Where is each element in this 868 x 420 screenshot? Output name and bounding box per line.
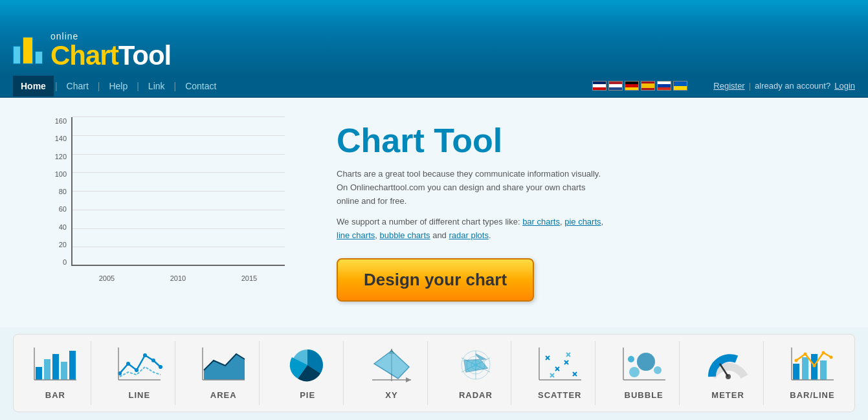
svg-point-61 [803,353,807,356]
barline-icon [790,346,835,385]
svg-point-60 [794,359,797,362]
logo-tool-part: Tool [118,40,172,71]
nav-link[interactable]: Link [140,76,173,96]
svg-rect-59 [820,360,827,380]
svg-point-52 [654,366,662,374]
scatter-label: SCATTER [538,390,581,400]
bubble-icon [621,346,667,385]
radar-icon [453,346,498,385]
chart-type-bar[interactable]: BAR [20,341,91,405]
nav-contact[interactable]: Contact [177,76,224,96]
link-bubble-charts[interactable]: bubble charts [379,230,430,240]
navbar: Home | Chart | Help | Link | Contact Reg… [0,74,868,98]
svg-point-62 [812,364,816,368]
bar-icon [32,346,78,385]
register-link[interactable]: Register [713,81,744,91]
bar-chart: 0 20 40 60 80 100 120 140 160 [45,117,291,285]
link-bar-charts[interactable]: bar charts [522,217,560,227]
header: online ChartTool [0,0,868,74]
svg-rect-56 [793,364,799,380]
chart-type-scatter[interactable]: SCATTER [524,341,595,405]
svg-rect-0 [36,367,42,380]
chart-type-meter[interactable]: METER [693,341,764,405]
svg-point-63 [821,351,825,355]
flag-es[interactable] [641,81,655,91]
logo: online ChartTool [13,32,171,69]
right-content: Chart Tool Charts are a great tool becau… [337,111,829,315]
logo-icon [13,37,43,64]
chart-type-xy[interactable]: XY [357,341,428,405]
logo-charttool-text: ChartTool [50,42,171,69]
xy-label: XY [385,390,397,400]
svg-point-33 [474,363,478,367]
svg-rect-4 [69,351,76,380]
already-account-text: already an account? [755,81,830,91]
main-content: 0 20 40 60 80 100 120 140 160 [0,98,868,327]
y-axis-labels: 0 20 40 60 80 100 120 140 160 [45,117,70,266]
main-title: Chart Tool [337,124,829,157]
svg-point-50 [629,367,640,377]
link-pie-charts[interactable]: pie charts [564,217,601,227]
svg-point-8 [126,362,130,366]
area-icon [201,346,246,385]
demo-chart: 0 20 40 60 80 100 120 140 160 [39,111,311,315]
bubble-label: BUBBLE [625,390,663,400]
scatter-icon [537,346,583,385]
pie-icon [285,346,330,385]
barline-label: BAR/LINE [790,390,834,400]
logo-bar-1 [13,46,21,64]
nav-help[interactable]: Help [101,76,135,96]
svg-marker-23 [374,351,409,379]
logo-bar-3 [35,51,43,64]
svg-point-53 [628,356,634,362]
svg-marker-22 [406,377,411,382]
design-chart-button[interactable]: Design your chart [337,258,534,302]
flag-uk[interactable] [592,81,606,91]
main-description: Charts are a great tool because they com… [337,168,608,208]
svg-marker-15 [204,354,245,380]
chart-bars [71,117,285,266]
chart-type-bubble[interactable]: BUBBLE [608,341,680,405]
auth-links: Register | already an account? Login [713,81,855,91]
chart-types-text: We support a number of different chart t… [337,216,608,243]
flag-nl[interactable] [608,81,623,91]
chart-type-radar[interactable]: RADAR [440,341,511,405]
flag-ru[interactable] [657,81,671,91]
svg-point-9 [135,368,139,372]
logo-chart-part: Chart [50,40,118,71]
chart-type-pie[interactable]: PIE [273,341,344,405]
svg-rect-2 [52,354,59,380]
link-radar-plots[interactable]: radar plots [449,230,488,240]
flag-ua[interactable] [673,81,687,91]
nav-home[interactable]: Home [13,76,54,96]
svg-point-51 [637,353,655,371]
logo-bar-2 [23,37,33,64]
area-label: AREA [210,390,237,400]
xy-icon [369,346,414,385]
svg-point-12 [159,365,162,369]
bar-label: BAR [45,390,65,400]
pie-label: PIE [300,390,315,400]
svg-point-11 [151,359,155,362]
nav-chart[interactable]: Chart [59,76,96,96]
login-link[interactable]: Login [834,81,855,91]
nav-items: Home | Chart | Help | Link | Contact [13,76,592,96]
meter-label: METER [711,390,744,400]
flag-de[interactable] [625,81,639,91]
svg-point-10 [143,353,147,357]
meter-icon [706,346,751,385]
chart-type-line[interactable]: LINE [104,341,175,405]
radar-label: RADAR [459,390,493,400]
svg-rect-3 [61,362,67,380]
line-icon [117,346,162,385]
chart-type-area[interactable]: AREA [188,341,260,405]
language-flags [592,81,687,91]
logo-text: online ChartTool [50,32,171,69]
svg-rect-1 [44,359,50,380]
chart-type-barline[interactable]: BAR/LINE [777,341,848,405]
x-axis-labels: 2005 2010 2015 [71,274,285,282]
link-line-charts[interactable]: line charts [337,230,375,240]
chart-types-strip: BAR LINE [13,334,855,412]
logo-online-text: online [50,32,171,41]
svg-rect-57 [802,357,808,380]
